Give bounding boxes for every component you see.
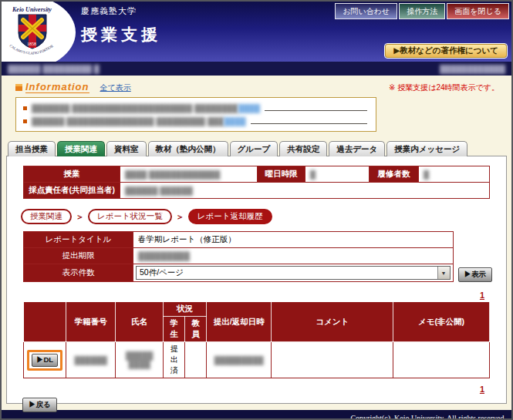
report-form-row: レポートタイトル 春学期レポート（修正版） 提出期限 █████████ 表示件… xyxy=(23,231,492,282)
page-1-link[interactable]: 1 xyxy=(480,291,484,300)
current-datetime: ████████████ xyxy=(440,65,505,73)
student-status-value: 提出済 xyxy=(164,342,185,378)
results-table: 学籍番号 氏名 状況 提出/返却日時 コメント メモ(非公開) 学生 教員 ▶D… xyxy=(23,301,490,378)
back-button[interactable]: ▶戻る xyxy=(22,398,57,412)
report-title-label: レポートタイトル xyxy=(24,232,133,248)
deadline-value: █████████ xyxy=(138,251,190,260)
table-row: ▶DL ██████ █████ ████ 提出済 █████████ xyxy=(24,342,490,378)
information-item: ██████ ████████████████ █████████ ███ ██… xyxy=(23,115,369,128)
breadcrumb-class-related[interactable]: 授業関連 xyxy=(21,209,72,224)
info-item-link[interactable]: ████ xyxy=(224,116,245,128)
app-header: Keio University 1858 CALAMVS GLADIO FORT… xyxy=(2,2,511,62)
comment-value xyxy=(272,342,393,378)
keio-logo: Keio University 1858 CALAMVS GLADIO FORT… xyxy=(2,2,79,62)
header-titles: 慶應義塾大学 授業支援 xyxy=(81,5,161,45)
tab-class-messages[interactable]: 授業内メッセージ xyxy=(386,141,467,156)
student-name-value: █████ ████ xyxy=(126,351,153,368)
logged-in-user: ██████ █████████ █ xyxy=(8,65,100,73)
report-title-value: 春学期レポート（修正版） xyxy=(133,232,454,248)
copyright-text: Copyright(c), Keio University. All right… xyxy=(350,414,506,420)
app-title: 授業支援 xyxy=(81,24,161,45)
tab-share-settings[interactable]: 共有設定 xyxy=(279,141,327,156)
support-hours-note: ※ 授業支援は24時間表示です。 xyxy=(389,82,499,93)
information-header-row: Information 全て表示 ※ 授業支援は24時間表示です。 xyxy=(2,76,511,93)
download-button[interactable]: ▶DL xyxy=(32,354,58,367)
tab-materials[interactable]: 教材（塾内公開） xyxy=(148,141,228,156)
logo-year: 1858 xyxy=(27,42,36,46)
university-name: 慶應義塾大学 xyxy=(81,5,161,17)
datetime-header: 提出/返却日時 xyxy=(207,302,272,342)
course-info-table: 授業 ████ █████████████ 曜日時限 █ 履修者数 █ 採点責任… xyxy=(23,166,490,199)
name-header: 氏名 xyxy=(116,302,164,342)
deadline-label: 提出期限 xyxy=(24,248,133,264)
tab-class-related[interactable]: 授業関連 xyxy=(57,141,105,156)
show-all-link[interactable]: 全て表示 xyxy=(100,82,131,93)
information-icon xyxy=(15,84,22,91)
show-button[interactable]: ▶表示 xyxy=(458,267,493,282)
dropdown-arrow-icon[interactable]: ▼ xyxy=(437,267,450,279)
info-item-text: ███████ ██████████████████████ ████████ xyxy=(32,102,238,115)
enrolled-label: 履修者数 xyxy=(370,166,419,183)
contact-button[interactable]: お問い合わせ xyxy=(335,3,397,19)
class-label: 授業 xyxy=(24,166,120,183)
page-size-label: 表示件数 xyxy=(24,264,133,282)
logo-caption: Keio University xyxy=(12,6,52,13)
student-id-value: ██████ xyxy=(74,356,107,365)
breadcrumb-report-return-history: レポート返却履歴 xyxy=(188,209,272,224)
comment-header: コメント xyxy=(272,302,393,342)
materials-copyright-button[interactable]: ▶教材などの著作権について xyxy=(385,44,507,58)
breadcrumb-separator: ＞ xyxy=(76,211,84,223)
user-bar: ██████ █████████ █ ████████████ xyxy=(2,62,511,76)
day-period-label: 曜日時限 xyxy=(258,166,305,183)
main-content: Information 全て表示 ※ 授業支援は24時間表示です。 ██████… xyxy=(2,76,511,404)
grader-value: ██████ ██████ xyxy=(125,186,193,195)
divider xyxy=(251,115,367,124)
tab-bar: 担当授業 授業関連 資料室 教材（塾内公開） グループ 共有設定 過去データ 授… xyxy=(8,141,511,156)
tab-group[interactable]: グループ xyxy=(230,141,278,156)
enrolled-value: █ xyxy=(424,170,429,179)
tab-assigned-classes[interactable]: 担当授業 xyxy=(8,141,56,156)
pagination-bottom: 1 xyxy=(7,385,484,394)
info-item-text: ██████ ████████████████ █████████ ███ xyxy=(32,116,224,128)
information-box: ███████ ██████████████████████ ████████ … xyxy=(15,97,376,132)
memo-value xyxy=(393,342,490,378)
tab-document-room[interactable]: 資料室 xyxy=(106,141,147,156)
grader-label: 採点責任者(共同担当者) xyxy=(24,183,120,199)
status-header: 状況 xyxy=(164,302,207,317)
bullet-icon xyxy=(23,119,27,123)
pagination-top: 1 xyxy=(7,291,484,300)
report-form-table: レポートタイトル 春学期レポート（修正版） 提出期限 █████████ 表示件… xyxy=(23,231,454,282)
divider xyxy=(265,102,367,111)
teacher-status-value xyxy=(185,342,207,378)
back-row: ▶戻る xyxy=(22,398,506,412)
class-support-window: Keio University 1858 CALAMVS GLADIO FORT… xyxy=(0,0,513,420)
breadcrumb-report-status-list[interactable]: レポート状況一覧 xyxy=(88,209,172,224)
dl-button-highlight: ▶DL xyxy=(27,350,62,371)
info-item-link[interactable]: ████ xyxy=(238,102,260,115)
bullet-icon xyxy=(23,106,27,110)
submit-datetime-value: █████████ xyxy=(214,356,264,365)
breadcrumb-separator: ＞ xyxy=(176,211,184,223)
information-title: Information xyxy=(25,81,89,93)
day-period-value: █ xyxy=(310,170,316,179)
page-1-link[interactable]: 1 xyxy=(480,385,484,394)
dl-column-header xyxy=(24,302,66,342)
student-id-header: 学籍番号 xyxy=(66,302,116,342)
header-nav: お問い合わせ 操作方法 画面を閉じる xyxy=(335,3,509,19)
page-size-select[interactable]: 50件/ページ ▼ xyxy=(136,266,451,280)
page-size-selected-value: 50件/ページ xyxy=(137,267,437,278)
how-to-button[interactable]: 操作方法 xyxy=(399,3,445,19)
tab-panel: 授業 ████ █████████████ 曜日時限 █ 履修者数 █ 採点責任… xyxy=(6,156,507,404)
status-teacher-header: 教員 xyxy=(185,317,207,342)
close-screen-button[interactable]: 画面を閉じる xyxy=(447,3,509,19)
class-value: ████ █████████████ xyxy=(125,170,220,179)
information-item: ███████ ██████████████████████ ████████ … xyxy=(23,102,369,115)
memo-header: メモ(非公開) xyxy=(393,302,490,342)
status-student-header: 学生 xyxy=(164,317,185,342)
breadcrumb: 授業関連 ＞ レポート状況一覧 ＞ レポート返却履歴 xyxy=(21,209,506,224)
tab-past-data[interactable]: 過去データ xyxy=(329,141,385,156)
